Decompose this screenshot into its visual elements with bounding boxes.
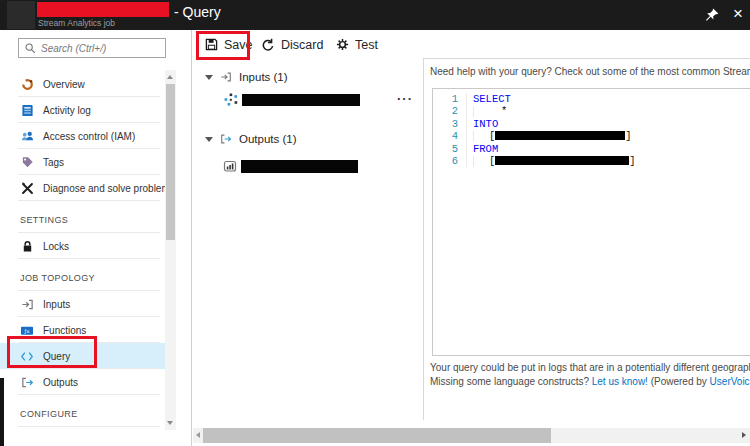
sidebar-menu: Overview Activity log Access control (IA… xyxy=(0,71,165,427)
sidebar-item-access-control[interactable]: Access control (IAM) xyxy=(0,123,165,149)
scroll-right-icon[interactable] xyxy=(742,432,746,438)
line-number: 5 xyxy=(433,143,467,155)
code-line: 2 * xyxy=(433,105,750,117)
sidebar-item-label: Access control (IAM) xyxy=(43,131,135,142)
collapse-triangle-icon[interactable] xyxy=(205,137,213,142)
blade-subtitle: Stream Analytics job xyxy=(38,18,115,28)
redacted-job-name xyxy=(37,2,169,17)
sidebar-item-overview[interactable]: Overview xyxy=(0,71,165,97)
test-label: Test xyxy=(355,38,378,52)
discard-icon xyxy=(261,38,275,52)
indent-guide xyxy=(473,156,489,167)
sidebar-item-activity-log[interactable]: Activity log xyxy=(0,97,165,123)
lock-icon xyxy=(20,239,34,253)
sidebar-item-label: Activity log xyxy=(43,105,91,116)
tree-outputs-label: Outputs (1) xyxy=(239,133,297,145)
tree-input-item[interactable] xyxy=(224,93,360,107)
sidebar-item-tags[interactable]: Tags xyxy=(0,149,165,175)
close-icon[interactable]: × xyxy=(729,2,747,26)
sidebar-item-diagnose[interactable]: Diagnose and solve problems xyxy=(0,175,165,201)
scroll-left-icon[interactable] xyxy=(196,432,200,438)
svg-text:ƒx: ƒx xyxy=(24,327,30,334)
pin-icon[interactable] xyxy=(704,7,720,23)
sidebar-scrollbar[interactable] xyxy=(165,70,176,430)
code-line: 5 FROM xyxy=(433,143,750,155)
tree-output-item[interactable] xyxy=(223,159,358,173)
sidebar-item-functions[interactable]: ƒx Functions xyxy=(0,317,165,343)
tree-inputs-group[interactable]: Inputs (1) xyxy=(205,70,288,84)
sql-keyword: INTO xyxy=(473,118,498,130)
command-bar: Save Discard Test xyxy=(193,30,750,59)
sql-star: * xyxy=(501,105,507,117)
code-line: 6 [] xyxy=(433,155,750,167)
redacted-output-name xyxy=(241,160,358,173)
feedback-note: Missing some language constructs? Let us… xyxy=(430,376,750,387)
feedback-note-text: Missing some language constructs? xyxy=(430,376,592,387)
scroll-down-icon[interactable] xyxy=(167,421,173,425)
indent-guide xyxy=(473,131,489,142)
let-us-know-link[interactable]: Let us know! xyxy=(592,376,648,387)
line-number: 2 xyxy=(433,105,467,117)
iot-hub-input-icon xyxy=(224,93,238,107)
sidebar-item-outputs[interactable]: Outputs xyxy=(0,369,165,395)
sidebar-item-label: Functions xyxy=(43,325,86,336)
line-number: 6 xyxy=(433,155,467,167)
sidebar-item-label: Diagnose and solve problems xyxy=(43,183,175,194)
query-code-editor[interactable]: 1 SELECT 2 * 3 INTO 4 [] 5 FROM 6 [] xyxy=(432,88,750,356)
sidebar-item-query[interactable]: Query xyxy=(0,343,165,369)
sidebar-item-label: Locks xyxy=(43,241,69,252)
horizontal-scroll-thumb[interactable] xyxy=(203,428,551,443)
portal-edge-strip xyxy=(0,378,4,446)
sidebar-item-inputs[interactable]: Inputs xyxy=(0,291,165,317)
save-icon xyxy=(204,38,218,52)
sidebar-item-label: Outputs xyxy=(43,377,78,388)
redacted-input-name xyxy=(242,94,360,106)
sidebar-item-label: Inputs xyxy=(43,299,70,310)
line-number: 4 xyxy=(433,130,467,142)
line-number: 3 xyxy=(433,118,467,130)
discard-button[interactable]: Discard xyxy=(261,30,323,59)
code-line: 4 [] xyxy=(433,130,750,142)
functions-icon: ƒx xyxy=(20,323,34,337)
stream-analytics-job-icon xyxy=(7,1,35,29)
horizontal-scrollbar[interactable] xyxy=(193,428,750,443)
save-button[interactable]: Save xyxy=(204,30,253,59)
sidebar-search[interactable] xyxy=(18,38,166,58)
sidebar-item-label: Overview xyxy=(43,79,85,90)
uservoice-link[interactable]: UserVoice xyxy=(710,376,750,387)
blade-sidebar: Overview Activity log Access control (IA… xyxy=(0,30,192,446)
input-more-actions[interactable]: ··· xyxy=(397,91,413,106)
search-icon xyxy=(23,41,37,55)
code-line: 1 SELECT xyxy=(433,93,750,105)
diagnose-icon xyxy=(20,181,34,195)
access-control-icon xyxy=(20,129,34,143)
sidebar-section-settings: SETTINGS xyxy=(0,201,165,233)
activity-log-icon xyxy=(20,103,34,117)
tag-icon xyxy=(20,155,34,169)
sidebar-section-job-topology: JOB TOPOLOGY xyxy=(0,259,165,291)
blade-title: - Query xyxy=(174,4,221,20)
collapse-triangle-icon[interactable] xyxy=(205,75,213,80)
feedback-note-text: (Powered by xyxy=(648,376,710,387)
azure-portal-query-blade: - Query Stream Analytics job × Overview xyxy=(0,0,750,446)
sql-keyword: SELECT xyxy=(473,93,511,105)
search-input[interactable] xyxy=(41,43,156,54)
outputs-icon xyxy=(219,132,233,146)
redacted-input-identifier xyxy=(495,156,629,165)
tree-outputs-group[interactable]: Outputs (1) xyxy=(205,132,297,146)
sidebar-scroll-thumb[interactable] xyxy=(166,84,175,240)
sidebar-item-label: Query xyxy=(43,351,70,362)
query-icon xyxy=(20,349,34,363)
blob-output-icon xyxy=(223,159,237,173)
test-gear-icon xyxy=(335,38,349,52)
blade-header: - Query Stream Analytics job × xyxy=(0,0,750,30)
geography-note: Your query could be put in logs that are… xyxy=(430,362,750,373)
tree-inputs-label: Inputs (1) xyxy=(239,71,288,83)
io-tree-panel: Inputs (1) ··· Outputs (1) xyxy=(193,62,423,420)
redacted-output-identifier xyxy=(495,131,625,140)
code-line: 3 INTO xyxy=(433,118,750,130)
line-number: 1 xyxy=(433,93,467,105)
test-button[interactable]: Test xyxy=(335,30,378,59)
sidebar-item-locks[interactable]: Locks xyxy=(0,233,165,259)
scroll-up-icon[interactable] xyxy=(167,75,173,79)
